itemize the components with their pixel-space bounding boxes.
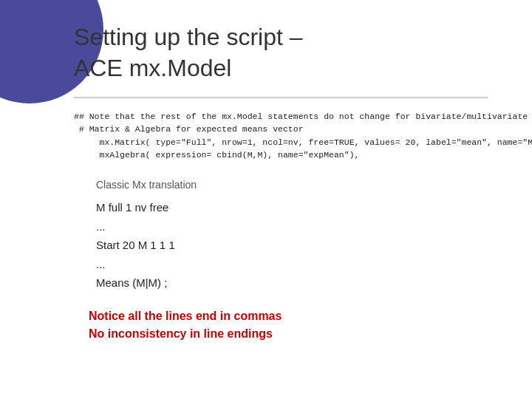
notice-line-1: Notice all the lines end in commas [89, 307, 488, 325]
classic-line-2: ... [96, 217, 488, 236]
code-line-3: mx.Matrix( type="Full", nrow=1, ncol=nv,… [74, 137, 532, 147]
classic-line-5: Means (M|M) ; [96, 273, 488, 293]
code-line-2: # Matrix & Algebra for expected means ve… [74, 124, 304, 134]
notice-line-2: No inconsistency in line endings [89, 325, 488, 343]
notice-block: Notice all the lines end in commas No in… [89, 307, 488, 343]
code-line-4: mxAlgebra( expression= cbind(M,M), name=… [74, 150, 359, 160]
slide-title: Setting up the script – ACE mx.Model [74, 22, 488, 83]
classic-mx-section: Classic Mx translation M full 1 nv free … [96, 179, 488, 293]
r-code-block: ## Note that the rest of the mx.Model st… [74, 110, 488, 161]
classic-code-block: M full 1 nv free ... Start 20 M 1 1 1 ..… [96, 198, 488, 293]
code-line-1: ## Note that the rest of the mx.Model st… [74, 112, 532, 121]
title-line1: Setting up the script – [74, 24, 303, 50]
title-line2: ACE mx.Model [74, 55, 231, 81]
classic-label: Classic Mx translation [96, 179, 488, 191]
classic-line-1: M full 1 nv free [96, 198, 488, 217]
title-divider [74, 97, 488, 98]
classic-line-3: Start 20 M 1 1 1 [96, 236, 488, 255]
classic-line-4: ... [96, 255, 488, 274]
